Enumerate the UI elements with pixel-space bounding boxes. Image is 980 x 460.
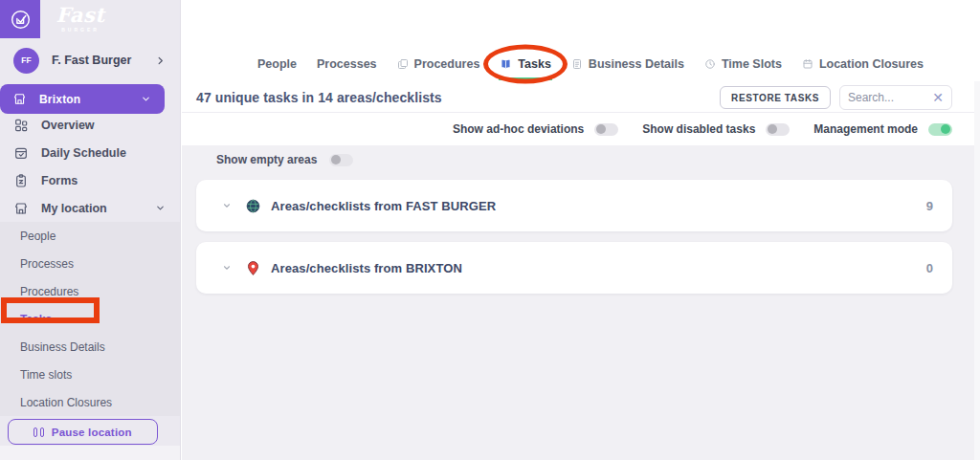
- pause-location-label: Pause location: [52, 427, 132, 438]
- sidebar-item-my-location[interactable]: My location: [0, 194, 181, 222]
- brand-name: Fast: [52, 4, 109, 27]
- sidebar-subnav: People Processes Procedures Tasks Busine…: [0, 222, 180, 416]
- filter-toggles-row: Show ad-hoc deviations Show disabled tas…: [182, 113, 952, 145]
- toggle-label: Management mode: [813, 122, 918, 136]
- switch-off[interactable]: [594, 123, 618, 136]
- sub-item-label: Processes: [20, 257, 74, 271]
- sub-item-label: People: [20, 230, 56, 243]
- search-input[interactable]: [848, 91, 928, 104]
- toggle-show-empty-areas[interactable]: Show empty areas: [216, 153, 353, 166]
- scrollbar[interactable]: [974, 81, 980, 460]
- clear-search-icon[interactable]: ✕: [932, 91, 944, 104]
- sub-item-label: Tasks: [20, 313, 52, 326]
- open-book-icon: [500, 58, 512, 71]
- heading-row: 47 unique tasks in 14 areas/checklists R…: [196, 84, 952, 111]
- card-count: 9: [926, 199, 933, 213]
- storefront-icon: [13, 201, 30, 216]
- calendar-icon: [802, 58, 813, 70]
- chevron-down-icon[interactable]: [222, 201, 232, 210]
- sidebar-item-label: My location: [41, 202, 107, 215]
- toggle-show-adhoc-deviations[interactable]: Show ad-hoc deviations: [453, 122, 618, 136]
- sidebar-item-procedures[interactable]: Procedures: [0, 277, 180, 305]
- chevron-down-icon: [141, 94, 151, 104]
- switch-off[interactable]: [329, 154, 353, 166]
- switch-on[interactable]: [928, 123, 952, 136]
- search-box[interactable]: ✕: [839, 85, 952, 110]
- clock-icon: [704, 58, 716, 70]
- chevron-right-icon: [155, 55, 166, 66]
- tasks-content-area: Show empty areas Areas/checklists from F…: [182, 145, 980, 460]
- card-count: 0: [926, 261, 933, 275]
- sidebar: Fast BURGER FF F. Fast Burger Brixton: [0, 0, 181, 460]
- sidebar-item-daily-schedule[interactable]: Daily Schedule: [0, 139, 181, 166]
- tab-bar: People Processes Procedures Tasks: [182, 51, 980, 82]
- sidebar-item-label: Forms: [41, 174, 78, 187]
- sidebar-item-time-slots[interactable]: Time slots: [0, 361, 180, 388]
- sidebar-item-people[interactable]: People: [0, 222, 180, 250]
- tab-business-details[interactable]: Business Details: [570, 53, 685, 80]
- copy-pages-icon: [397, 58, 409, 70]
- sidebar-item-forms[interactable]: Forms: [0, 166, 181, 194]
- sidebar-item-label: Overview: [41, 119, 95, 132]
- dashboard-grid-icon: [13, 118, 30, 133]
- restore-tasks-button[interactable]: RESTORE TASKS: [720, 86, 831, 109]
- tab-label: People: [257, 57, 297, 71]
- tab-people[interactable]: People: [256, 53, 298, 80]
- sidebar-footer-strip: [0, 446, 180, 460]
- sub-item-label: Procedures: [20, 285, 78, 298]
- map-pin-icon: [245, 260, 261, 276]
- toggle-label: Show empty areas: [216, 153, 317, 166]
- toggle-show-disabled-tasks[interactable]: Show disabled tasks: [642, 122, 790, 136]
- check-circle-logo-icon: [10, 9, 32, 31]
- tab-procedures[interactable]: Procedures: [396, 53, 481, 80]
- avatar: FF: [13, 48, 39, 74]
- location-label: Brixton: [39, 93, 80, 106]
- sidebar-item-overview[interactable]: Overview: [0, 111, 181, 139]
- brand-logo: Fast BURGER: [52, 4, 109, 33]
- tab-label: Time Slots: [722, 57, 782, 71]
- sidebar-item-location-closures[interactable]: Location Closures: [0, 388, 180, 416]
- pause-icon: [33, 427, 44, 437]
- globe-icon: [245, 198, 261, 214]
- sidebar-nav: Overview Daily Schedule Forms: [0, 111, 181, 222]
- page-title: 47 unique tasks in 14 areas/checklists: [196, 90, 442, 105]
- sidebar-item-tasks[interactable]: Tasks: [0, 305, 180, 333]
- chevron-down-icon[interactable]: [222, 263, 232, 273]
- tab-label: Location Closures: [819, 57, 924, 71]
- storefront-icon: [12, 92, 27, 106]
- tab-label: Business Details: [589, 57, 684, 71]
- app-logo-button[interactable]: [0, 0, 40, 38]
- tab-tasks[interactable]: Tasks: [499, 53, 552, 80]
- card-title: Areas/checklists from BRIXTON: [271, 261, 462, 275]
- account-name: F. Fast Burger: [52, 54, 131, 67]
- sidebar-item-label: Daily Schedule: [41, 146, 126, 160]
- switch-off[interactable]: [766, 123, 790, 136]
- area-card-fast-burger[interactable]: Areas/checklists from FAST BURGER 9: [196, 180, 952, 231]
- sub-item-label: Location Closures: [20, 396, 112, 409]
- location-selector[interactable]: Brixton: [0, 84, 165, 114]
- clipboard-icon: [13, 173, 30, 188]
- calendar-check-icon: [13, 145, 30, 161]
- chevron-down-icon: [155, 203, 166, 213]
- toggle-management-mode[interactable]: Management mode: [813, 122, 952, 136]
- card-title: Areas/checklists from FAST BURGER: [271, 199, 496, 213]
- area-card-brixton[interactable]: Areas/checklists from BRIXTON 0: [196, 242, 952, 294]
- sub-item-label: Time slots: [20, 368, 72, 382]
- sub-item-label: Business Details: [20, 340, 105, 354]
- tab-label: Tasks: [518, 57, 551, 71]
- tab-processes[interactable]: Processes: [316, 53, 378, 80]
- pause-location-button[interactable]: Pause location: [8, 419, 158, 445]
- main-content: People Processes Procedures Tasks: [182, 0, 980, 460]
- tab-label: Processes: [317, 57, 377, 71]
- brand-subname: BURGER: [52, 27, 109, 33]
- tab-label: Procedures: [414, 57, 480, 71]
- tab-location-closures[interactable]: Location Closures: [801, 53, 924, 80]
- account-selector[interactable]: FF F. Fast Burger: [0, 46, 181, 75]
- toggle-label: Show ad-hoc deviations: [453, 122, 584, 136]
- document-icon: [571, 58, 583, 70]
- toggle-label: Show disabled tasks: [642, 122, 755, 136]
- sidebar-item-processes[interactable]: Processes: [0, 250, 180, 277]
- sidebar-item-business-details[interactable]: Business Details: [0, 333, 180, 361]
- tab-time-slots[interactable]: Time Slots: [703, 53, 783, 80]
